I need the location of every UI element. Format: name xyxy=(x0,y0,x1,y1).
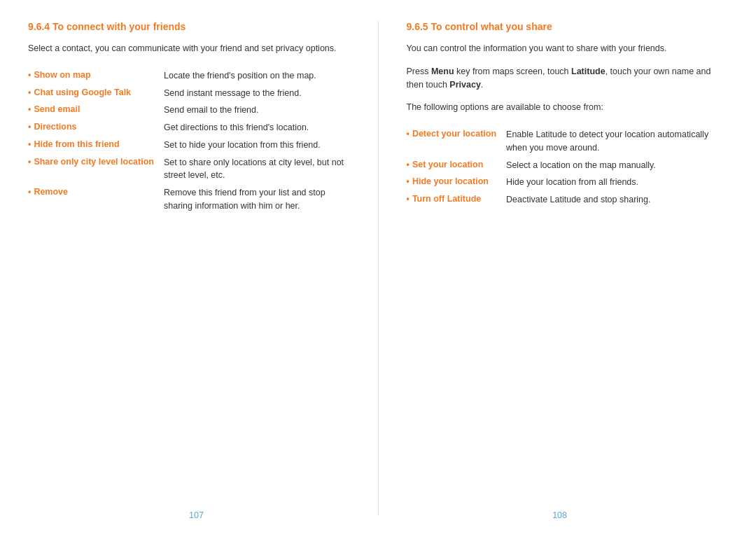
bullet-icon: • xyxy=(28,122,31,132)
table-row: •Show on map Locate the friend's positio… xyxy=(28,69,350,83)
bullet-icon: • xyxy=(28,157,31,167)
desc-detect: Enable Latitude to detect your location … xyxy=(506,128,728,155)
page-number-left: 107 xyxy=(189,510,204,520)
desc-share-only: Set to share only locations at city leve… xyxy=(164,156,350,183)
table-row: •Hide your location Hide your location f… xyxy=(407,176,729,189)
desc-directions: Get directions to this friend's location… xyxy=(164,121,350,134)
term-hide-from: •Hide from this friend xyxy=(28,139,164,152)
bullet-icon: • xyxy=(407,194,410,204)
left-item-list: •Show on map Locate the friend's positio… xyxy=(28,65,350,217)
term-set-location: •Set your location xyxy=(407,159,507,172)
term-show-on-map: •Show on map xyxy=(28,69,164,83)
right-item-list: •Detect your location Enable Latitude to… xyxy=(407,124,729,211)
desc-chat: Send instant message to the friend. xyxy=(164,87,350,100)
bullet-icon: • xyxy=(407,160,410,169)
table-row: •Hide from this friend Set to hide your … xyxy=(28,139,350,152)
bullet-icon: • xyxy=(28,139,31,149)
term-remove: •Remove xyxy=(28,186,164,213)
bullet-icon: • xyxy=(407,176,410,186)
right-intro2: Press Menu key from maps screen, touch L… xyxy=(407,65,729,92)
bullet-icon: • xyxy=(28,70,31,80)
desc-send-email: Send email to the friend. xyxy=(164,104,350,117)
desc-hide-location: Hide your location from all friends. xyxy=(506,176,728,189)
term-send-email: •Send email xyxy=(28,104,164,117)
table-row: •Chat using Google Talk Send instant mes… xyxy=(28,87,350,100)
term-hide-location: •Hide your location xyxy=(407,176,507,189)
right-page: 9.6.5 To control what you share You can … xyxy=(379,21,729,516)
left-page: 9.6.4 To connect with your friends Selec… xyxy=(28,21,379,516)
press-text: Press xyxy=(407,67,431,76)
table-row: •Turn off Latitude Deactivate Latitude a… xyxy=(407,193,729,207)
bullet-icon: • xyxy=(28,104,31,114)
bullet-icon: • xyxy=(28,187,31,197)
left-section-heading: 9.6.4 To connect with your friends xyxy=(28,21,350,32)
term-chat: •Chat using Google Talk xyxy=(28,87,164,100)
table-row: •Send email Send email to the friend. xyxy=(28,104,350,117)
table-row: •Share only city level location Set to s… xyxy=(28,156,350,183)
right-intro1: You can control the information you want… xyxy=(407,42,729,55)
menu-key-text: Menu xyxy=(431,67,454,76)
table-row: •Remove Remove this friend from your lis… xyxy=(28,186,350,213)
privacy-bold: Privacy xyxy=(449,80,480,90)
bullet-icon: • xyxy=(407,129,410,139)
intro2-part4: . xyxy=(481,80,483,90)
right-intro3: The following options are available to c… xyxy=(407,101,729,114)
term-turn-off-latitude: •Turn off Latitude xyxy=(407,193,507,207)
term-directions: •Directions xyxy=(28,121,164,134)
term-share-only: •Share only city level location xyxy=(28,156,164,183)
intro2-part2: key from maps screen, touch xyxy=(454,67,571,76)
right-section-heading: 9.6.5 To control what you share xyxy=(407,21,729,32)
page-number-right: 108 xyxy=(552,510,567,520)
desc-set-location: Select a location on the map manually. xyxy=(506,159,728,172)
table-row: •Set your location Select a location on … xyxy=(407,159,729,172)
latitude-bold: Latitude xyxy=(571,67,606,76)
desc-remove: Remove this friend from your list and st… xyxy=(164,186,350,213)
bullet-icon: • xyxy=(28,88,31,97)
desc-hide-from: Set to hide your location from this frie… xyxy=(164,139,350,152)
left-intro: Select a contact, you can communicate wi… xyxy=(28,42,350,55)
desc-turn-off-latitude: Deactivate Latitude and stop sharing. xyxy=(506,193,728,207)
table-row: •Detect your location Enable Latitude to… xyxy=(407,128,729,155)
term-detect: •Detect your location xyxy=(407,128,507,155)
table-row: •Directions Get directions to this frien… xyxy=(28,121,350,134)
desc-show-on-map: Locate the friend's position on the map. xyxy=(164,69,350,83)
